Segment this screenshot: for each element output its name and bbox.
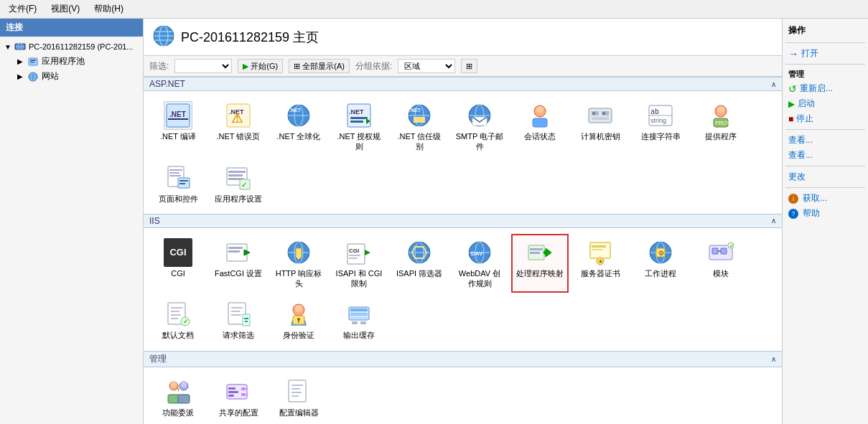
menu-help[interactable]: 帮助(H) [91, 1, 126, 17]
icon-provider[interactable]: PROV 提供程序 [692, 97, 750, 156]
icon-net-trust[interactable]: .NET .NET 信任级别 [391, 97, 448, 156]
smtp-label: SMTP 电子邮件 [455, 131, 504, 152]
view-toggle-button[interactable]: ⊞ [461, 59, 477, 73]
svg-rect-36 [414, 117, 425, 123]
sidebar-server-label: PC-201611282159 (PC-201... [29, 42, 134, 51]
icon-fastcgi[interactable]: FastCGI 设置 [210, 234, 267, 293]
aspnet-icons-grid: .NET .NET 编译 .NET ⚠ [144, 91, 782, 214]
svg-rect-137 [360, 321, 366, 324]
request-filter-label: 请求筛选 [223, 330, 254, 340]
icon-worker-process[interactable]: ⚙ 工作进程 [632, 234, 689, 293]
svg-rect-109 [721, 248, 727, 254]
sidebar-item-server[interactable]: ▼ PC-201611282159 (PC-201... [3, 39, 140, 54]
sidebar-item-apppool[interactable]: ▶ 应用程序池 [3, 54, 140, 69]
aspnet-toggle[interactable]: ∧ [771, 80, 776, 88]
icon-isapi[interactable]: CGI ISAPI 和 CGI 限制 [330, 234, 388, 293]
icon-auth[interactable]: 身份验证 [270, 296, 327, 344]
isapi-filter-label: ISAPI 筛选器 [396, 268, 442, 278]
icon-isapi-filter[interactable]: ISAPI 筛选器 [391, 234, 448, 293]
icon-app-settings[interactable]: ✓ 应用程序设置 [210, 159, 267, 208]
info-icon: i [788, 194, 798, 204]
icon-net-global[interactable]: .NET .NET 全球化 [270, 97, 327, 156]
website-icon [27, 71, 39, 83]
action-change[interactable]: 更改 [785, 169, 865, 184]
help-icon: ? [788, 209, 798, 219]
icons-area: ASP.NET ∧ .NET .NET 编译 [144, 77, 782, 424]
start-icon: ▶ [243, 62, 248, 71]
icon-config-editor[interactable]: 配置编辑器 [270, 373, 327, 422]
svg-rect-6 [30, 62, 34, 63]
action-view-sites[interactable]: 查看... [785, 133, 865, 148]
tree-expand-apppool[interactable]: ▶ [17, 57, 26, 65]
action-stop[interactable]: ■ 停止 [785, 111, 865, 126]
icon-shared-config[interactable]: 共享的配置 [210, 373, 267, 422]
tree-expand-website[interactable]: ▶ [17, 72, 26, 80]
svg-rect-108 [712, 248, 718, 254]
management-toggle[interactable]: ∧ [771, 355, 776, 363]
icon-net-error[interactable]: .NET ⚠ .NET 错误页 [210, 97, 267, 156]
icon-smtp[interactable]: SMTP 电子邮件 [451, 97, 508, 156]
toolbar: 筛选: ▶ 开始(G) ⊞ 全部显示(A) 分组依据: 区域 ⊞ [144, 56, 782, 77]
icon-server-cert[interactable]: ★ 服务器证书 [571, 234, 629, 293]
icon-cgi[interactable]: CGI CGI [149, 234, 207, 293]
icon-net-compile[interactable]: .NET .NET 编译 [149, 97, 207, 156]
page-title: PC-201611282159 主页 [181, 29, 319, 46]
handler-label: 处理程序映射 [516, 268, 564, 278]
action-view-apppool[interactable]: 查看... [785, 148, 865, 163]
icon-page-controls[interactable]: 页面和控件 [149, 159, 207, 208]
svg-rect-93 [530, 248, 543, 250]
tree-expand-server[interactable]: ▼ [4, 43, 13, 51]
menu-bar: 文件(F) 视图(V) 帮助(H) [0, 0, 868, 19]
action-get[interactable]: i 获取... [785, 191, 865, 206]
open-icon: → [788, 48, 798, 60]
cgi-label: CGI [171, 268, 185, 278]
icon-module[interactable]: ✓ 模块 [692, 234, 750, 293]
management-section-header: 管理 ∧ [144, 351, 782, 367]
group-by-select[interactable]: 区域 [398, 59, 455, 73]
management-icons-grid: 功能委派 [144, 367, 782, 424]
svg-text:string: string [650, 117, 666, 124]
page-header: PC-201611282159 主页 [144, 19, 782, 56]
icon-feature-delegate[interactable]: 功能委派 [149, 373, 207, 422]
start-button[interactable]: ▶ 开始(G) [238, 59, 283, 73]
menu-file[interactable]: 文件(F) [6, 1, 39, 17]
svg-rect-43 [533, 118, 547, 127]
icon-handler[interactable]: 处理程序映射 [511, 234, 569, 293]
svg-text:✓: ✓ [241, 181, 247, 189]
svg-point-42 [536, 106, 543, 113]
session-label: 会话状态 [524, 131, 556, 141]
stop-icon: ■ [788, 114, 793, 124]
show-all-button[interactable]: ⊞ 全部显示(A) [289, 59, 350, 73]
shared-config-label: 共享的配置 [219, 407, 258, 418]
svg-rect-73 [228, 250, 240, 253]
svg-rect-61 [169, 175, 181, 176]
icon-machine-key[interactable]: 计算机密钥 [571, 97, 629, 156]
filter-select[interactable] [174, 59, 232, 73]
svg-text:⚠: ⚠ [231, 111, 243, 126]
sidebar-item-website[interactable]: ▶ 网站 [3, 69, 140, 84]
action-restart[interactable]: ↺ 重新启... [785, 81, 865, 96]
net-global-label: .NET 全球化 [277, 131, 321, 141]
svg-text:✓: ✓ [729, 243, 734, 248]
icon-default-doc[interactable]: ✓ 默认文档 [149, 296, 207, 344]
icon-output-cache[interactable]: 输出缓存 [330, 296, 388, 344]
icon-session[interactable]: 会话状态 [511, 97, 569, 156]
start-icon-action: ▶ [788, 99, 795, 109]
icon-http-headers[interactable]: HTTP 响应标头 [270, 234, 327, 293]
svg-text:PROV: PROV [715, 120, 732, 126]
actions-panel: 操作 → 打开 管理 ↺ 重新启... ▶ 启动 ■ 停止 查看... 查看..… [782, 19, 868, 424]
sidebar-apppool-label: 应用程序池 [42, 55, 85, 67]
action-start[interactable]: ▶ 启动 [785, 96, 865, 111]
icon-conn-string[interactable]: ab string 连接字符串 [632, 97, 689, 156]
net-compile-label: .NET 编译 [160, 131, 196, 141]
action-help[interactable]: ? 帮助 [785, 206, 865, 221]
icon-net-auth[interactable]: .NET .NET 授权规则 [330, 97, 388, 156]
icon-request-filter[interactable]: 请求筛选 [210, 296, 267, 344]
svg-rect-153 [289, 380, 306, 402]
menu-view[interactable]: 视图(V) [48, 1, 83, 17]
output-cache-label: 输出缓存 [343, 330, 375, 340]
action-open[interactable]: → 打开 [785, 46, 865, 61]
iis-toggle[interactable]: ∧ [771, 217, 776, 225]
icon-webdav[interactable]: DAV WebDAV 创作规则 [451, 234, 508, 293]
svg-rect-30 [350, 121, 363, 123]
